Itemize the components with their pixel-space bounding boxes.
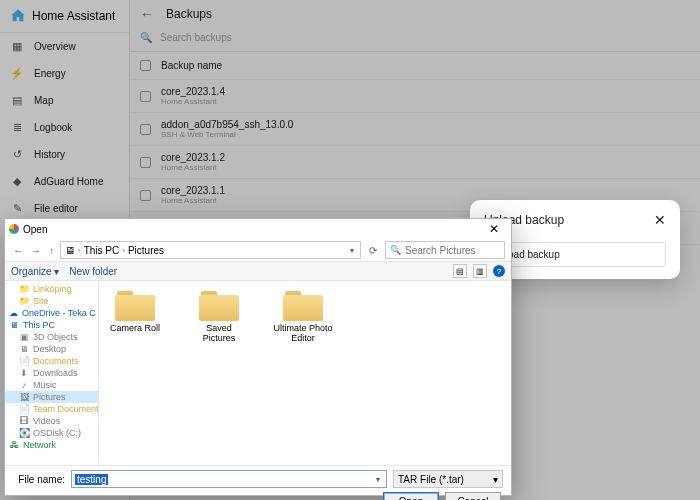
nav-forward-icon[interactable]: → xyxy=(29,245,43,256)
overview-icon: ▦ xyxy=(10,40,24,53)
tree-item-icon: 🖥 xyxy=(9,320,19,330)
row-checkbox[interactable] xyxy=(140,124,151,135)
close-icon[interactable]: ✕ xyxy=(654,212,666,228)
nav-back-icon[interactable]: ← xyxy=(11,245,25,256)
logbook-icon: ≣ xyxy=(10,121,24,134)
search-placeholder: Search Pictures xyxy=(405,245,476,256)
tree-item[interactable]: 🎞Videos xyxy=(5,415,98,427)
refresh-icon[interactable]: ⟳ xyxy=(365,245,381,256)
tree-item-icon: 📄 xyxy=(19,404,29,414)
file-open-dialog: Open ✕ ← → ↑ 🖥 › This PC › Pictures ▾ ⟳ … xyxy=(4,218,512,496)
new-folder-button[interactable]: New folder xyxy=(69,266,117,277)
path-dropdown-icon[interactable]: ▾ xyxy=(350,246,356,255)
tree-item[interactable]: 📁Linköping xyxy=(5,283,98,295)
search-placeholder: Search backups xyxy=(160,32,232,43)
folder-tree: 📁Linköping📁Site☁OneDrive - Teka C🖥This P… xyxy=(5,281,99,465)
dialog-close-button[interactable]: ✕ xyxy=(481,221,507,237)
dialog-toolbar: Organize ▾ New folder ▤ ▥ ? xyxy=(5,261,511,281)
tree-item[interactable]: 📄Documents xyxy=(5,355,98,367)
chevron-right-icon: › xyxy=(78,246,81,255)
nav-item-energy[interactable]: ⚡Energy xyxy=(0,60,129,87)
tree-item-label: Team Document xyxy=(33,404,99,414)
nav-item-adguard[interactable]: ◆AdGuard Home xyxy=(0,168,129,195)
ha-logo-icon xyxy=(10,8,26,24)
tree-item-label: Videos xyxy=(33,416,60,426)
row-checkbox[interactable] xyxy=(140,157,151,168)
adguard-icon: ◆ xyxy=(10,175,24,188)
tree-item-label: Music xyxy=(33,380,57,390)
tree-item-icon: 💽 xyxy=(19,428,29,438)
tree-item[interactable]: 📁Site xyxy=(5,295,98,307)
nav-item-history[interactable]: ↺History xyxy=(0,141,129,168)
tree-item-label: 3D Objects xyxy=(33,332,78,342)
search-icon: 🔍 xyxy=(140,32,152,43)
tree-item-label: OSDisk (C:) xyxy=(33,428,81,438)
tree-item[interactable]: ☁OneDrive - Teka C xyxy=(5,307,98,319)
tree-item-icon: ⬇ xyxy=(19,368,29,378)
tree-item[interactable]: 🖥This PC xyxy=(5,319,98,331)
energy-icon: ⚡ xyxy=(10,67,24,80)
backup-row[interactable]: core_2023.1.4Home Assistant xyxy=(130,80,700,113)
path-breadcrumb[interactable]: 🖥 › This PC › Pictures ▾ xyxy=(60,241,361,259)
tree-item[interactable]: ⬇Downloads xyxy=(5,367,98,379)
tree-item-label: Desktop xyxy=(33,344,66,354)
select-all-checkbox[interactable] xyxy=(140,60,151,71)
ha-topbar: ← Backups xyxy=(130,0,700,28)
file-type-filter[interactable]: TAR File (*.tar) ▾ xyxy=(393,470,503,488)
tree-item[interactable]: ♪Music xyxy=(5,379,98,391)
path-seg-this-pc[interactable]: This PC xyxy=(84,245,120,256)
page-title: Backups xyxy=(166,7,212,21)
row-checkbox[interactable] xyxy=(140,190,151,201)
tree-item-label: Documents xyxy=(33,356,79,366)
folder-icon xyxy=(283,289,323,321)
tree-item-label: This PC xyxy=(23,320,55,330)
tree-item[interactable]: 📄Team Document xyxy=(5,403,98,415)
path-seg-pictures[interactable]: Pictures xyxy=(128,245,164,256)
tree-item-icon: 🎞 xyxy=(19,416,29,426)
tree-item[interactable]: 🖧Network xyxy=(5,439,98,451)
folder-ultimate-photo-editor[interactable]: Ultimate Photo Editor xyxy=(273,289,333,344)
help-icon[interactable]: ? xyxy=(493,265,505,277)
folder-saved-pictures[interactable]: Saved Pictures xyxy=(189,289,249,344)
dialog-footer: File name: testing ▾ TAR File (*.tar) ▾ … xyxy=(5,465,511,500)
tree-item-icon: 🖼 xyxy=(19,392,29,402)
backup-row[interactable]: core_2023.1.2Home Assistant xyxy=(130,146,700,179)
back-icon[interactable]: ← xyxy=(140,6,154,22)
tree-item-icon: ♪ xyxy=(19,380,29,390)
cancel-button[interactable]: Cancel xyxy=(445,492,501,500)
open-button[interactable]: Open xyxy=(383,492,439,500)
chevron-down-icon: ▾ xyxy=(493,474,498,485)
pc-icon: 🖥 xyxy=(65,245,75,256)
nav-up-icon[interactable]: ↑ xyxy=(47,245,56,256)
nav-item-map[interactable]: ▤Map xyxy=(0,87,129,114)
folder-icon xyxy=(115,289,155,321)
file-name-input[interactable]: testing ▾ xyxy=(71,470,387,488)
folder-camera-roll[interactable]: Camera Roll xyxy=(105,289,165,334)
tree-item[interactable]: ▣3D Objects xyxy=(5,331,98,343)
tree-item-label: Downloads xyxy=(33,368,78,378)
view-mode-button[interactable]: ▤ xyxy=(453,264,467,278)
row-checkbox[interactable] xyxy=(140,91,151,102)
file-search-input[interactable]: 🔍 Search Pictures xyxy=(385,241,505,259)
dialog-titlebar: Open ✕ xyxy=(5,219,511,239)
tree-item-icon: 🖧 xyxy=(9,440,19,450)
tree-item-icon: 📁 xyxy=(19,284,29,294)
ha-brand: Home Assistant xyxy=(32,9,115,23)
col-backup-name: Backup name xyxy=(161,60,222,71)
tree-item[interactable]: 🖥Desktop xyxy=(5,343,98,355)
tree-item[interactable]: 🖼Pictures xyxy=(5,391,98,403)
tree-item-label: Network xyxy=(23,440,56,450)
history-icon: ↺ xyxy=(10,148,24,161)
tree-item-label: OneDrive - Teka C xyxy=(22,308,96,318)
preview-pane-button[interactable]: ▥ xyxy=(473,264,487,278)
file-name-dropdown-icon[interactable]: ▾ xyxy=(373,475,383,484)
organize-menu[interactable]: Organize ▾ xyxy=(11,266,59,277)
tree-item-icon: ▣ xyxy=(19,332,29,342)
file-name-label: File name: xyxy=(13,474,65,485)
backup-search[interactable]: 🔍 Search backups xyxy=(130,28,700,52)
tree-item[interactable]: 💽OSDisk (C:) xyxy=(5,427,98,439)
nav-item-overview[interactable]: ▦Overview xyxy=(0,33,129,60)
nav-item-logbook[interactable]: ≣Logbook xyxy=(0,114,129,141)
tree-item-icon: 📄 xyxy=(19,356,29,366)
backup-row[interactable]: addon_a0d7b954_ssh_13.0.0SSH & Web Termi… xyxy=(130,113,700,146)
